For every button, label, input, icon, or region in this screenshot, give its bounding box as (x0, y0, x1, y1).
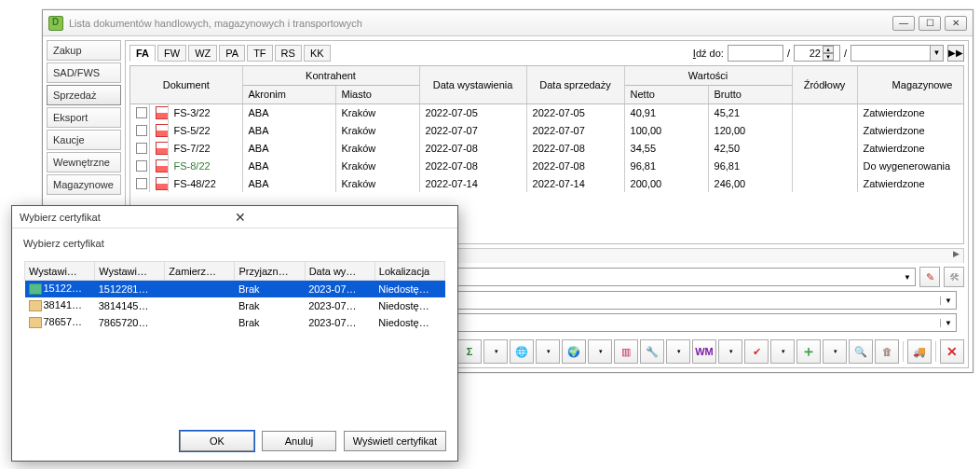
check-menu-button[interactable] (770, 339, 795, 364)
row-checkbox[interactable] (136, 107, 147, 118)
cell-magazynowe: Zatwierdzone (857, 174, 964, 192)
table-row[interactable]: FS-7/22ABAKraków2022-07-082022-07-0834,5… (130, 139, 964, 157)
col-brutto[interactable]: Brutto (708, 85, 792, 103)
goto-next-button[interactable]: ▶▶ (947, 45, 964, 62)
cell-akronim: ABA (242, 139, 335, 157)
col-netto[interactable]: Netto (624, 85, 708, 103)
export-button[interactable]: 🌐 (510, 339, 534, 364)
wm-button[interactable]: WM (692, 339, 716, 364)
col-wartosci[interactable]: Wartości (624, 66, 792, 85)
check-button[interactable]: ✔ (744, 339, 769, 364)
cert-col[interactable]: Wystawi… (25, 262, 95, 281)
chevron-down-icon: ▼ (904, 273, 911, 282)
cert-col[interactable]: Lokalizacja (374, 262, 444, 281)
table-row[interactable]: FS-48/22ABAKraków2022-07-142022-07-14200… (130, 174, 964, 192)
row-checkbox[interactable] (136, 125, 147, 136)
certificate-icon (29, 317, 42, 328)
add-button[interactable]: ＋ (796, 339, 821, 364)
tab-fa[interactable]: FA (129, 45, 156, 62)
sum-menu-button[interactable] (483, 339, 508, 364)
col-kontrahent[interactable]: Kontrahent (242, 66, 419, 85)
sidebar-item-wewnętrzne[interactable]: Wewnętrzne (47, 152, 121, 172)
app-icon (48, 16, 63, 31)
sidebar-item-sad/fws[interactable]: SAD/FWS (47, 62, 121, 83)
cell-brutto: 45,21 (708, 103, 792, 121)
cell-doc: FS-7/22 (168, 139, 242, 157)
table-row[interactable]: FS-8/22ABAKraków2022-07-082022-07-0896,8… (130, 157, 964, 174)
tab-pa[interactable]: PA (219, 45, 245, 62)
wm-menu-button[interactable] (718, 339, 742, 364)
goto-number-input[interactable] (728, 45, 783, 62)
col-magazynowe[interactable]: Magazynowe (857, 66, 964, 103)
close-window-button[interactable]: ✕ (945, 16, 967, 31)
delete-button[interactable]: 🗑 (875, 339, 899, 364)
tab-tf[interactable]: TF (247, 45, 272, 62)
row-checkbox[interactable] (136, 160, 147, 172)
table-row[interactable]: FS-3/22ABAKraków2022-07-052022-07-0540,9… (130, 103, 964, 121)
table-row[interactable]: FS-5/22ABAKraków2022-07-072022-07-07100,… (130, 121, 964, 139)
tools-menu-button[interactable] (666, 339, 690, 364)
show-certificate-button[interactable]: Wyświetl certyfikat (344, 431, 446, 451)
cert-col[interactable]: Data wy… (305, 262, 374, 281)
import-button[interactable]: 🌍 (562, 339, 586, 364)
cell-miasto: Kraków (335, 121, 419, 139)
tools-button[interactable]: 🔧 (640, 339, 664, 364)
certificate-row[interactable]: 78657…7865720…Brak2023-07…Niedostę… (25, 314, 445, 331)
cell-data-wyst: 2022-07-08 (419, 157, 526, 174)
certificate-row[interactable]: 38141…3814145…Brak2023-07…Niedostę… (25, 297, 445, 314)
sidebar-item-kaucje[interactable]: Kaucje (47, 130, 121, 150)
import-menu-button[interactable] (588, 339, 612, 364)
sidebar-item-zakup[interactable]: Zakup (47, 40, 121, 61)
filter-edit-button[interactable]: ✎ (919, 267, 940, 287)
search-button[interactable]: 🔍 (849, 339, 873, 364)
col-dokument[interactable]: Dokument (130, 66, 242, 103)
cell-miasto: Kraków (335, 103, 419, 121)
goto-group: Idź do: / ▲▼ / ▼ ▶▶ (693, 45, 964, 62)
goto-year-value[interactable] (795, 48, 823, 59)
wm-icon: WM (695, 346, 714, 357)
cell-magazynowe: Zatwierdzone (857, 139, 964, 157)
cert-col[interactable]: Wystawi… (95, 262, 165, 281)
col-data-sprz[interactable]: Data sprzedaży (526, 66, 624, 103)
spin-down-icon[interactable]: ▼ (823, 53, 834, 61)
tab-fw[interactable]: FW (157, 45, 186, 62)
spin-up-icon[interactable]: ▲ (823, 46, 834, 53)
goto-year-spinner[interactable]: ▲▼ (794, 45, 840, 62)
sidebar-item-magazynowe[interactable]: Magazynowe (47, 174, 121, 195)
book-button[interactable]: ▥ (614, 339, 638, 364)
cancel-button[interactable]: Anuluj (262, 431, 336, 451)
sum-button[interactable]: Σ (457, 339, 482, 364)
minimize-button[interactable]: — (892, 16, 915, 31)
tab-wz[interactable]: WZ (188, 45, 217, 62)
cell-data-sprz: 2022-07-14 (526, 174, 624, 192)
dialog-close-button[interactable]: ✕ (235, 210, 450, 225)
cert-col[interactable]: Zamierz… (165, 262, 235, 281)
row-checkbox[interactable] (136, 143, 147, 154)
export-menu-button[interactable] (536, 339, 560, 364)
col-data-wyst[interactable]: Data wystawienia (419, 66, 526, 103)
ok-button[interactable]: OK (180, 431, 254, 451)
row-checkbox[interactable] (136, 178, 147, 189)
scroll-right-icon[interactable]: ▶ (949, 249, 964, 263)
close-panel-button[interactable]: ✕ (940, 339, 964, 364)
chevron-down-icon: ▼ (940, 297, 952, 305)
certificates-table[interactable]: Wystawi…Wystawi…Zamierz…Przyjazn…Data wy… (24, 261, 445, 331)
sidebar-item-sprzedaż[interactable]: Sprzedaż (47, 85, 121, 105)
add-menu-button[interactable] (823, 339, 847, 364)
goto-series-combo[interactable]: ▼ (851, 45, 944, 62)
filter-tools-button[interactable]: 🛠 (944, 267, 964, 287)
magnifier-icon: 🔍 (854, 346, 867, 358)
maximize-button[interactable]: ☐ (919, 16, 941, 31)
cell-data-wyst: 2022-07-08 (419, 139, 526, 157)
certificate-row[interactable]: 15122…1512281…Brak2023-07…Niedostę… (25, 281, 445, 297)
tab-rs[interactable]: RS (275, 45, 302, 62)
col-zrodlowy[interactable]: Źródłowy (792, 66, 857, 103)
dialog-body: Wybierz certyfikat Wystawi…Wystawi…Zamie… (12, 228, 457, 341)
transport-button[interactable]: 🚚 (907, 339, 932, 364)
col-miasto[interactable]: Miasto (335, 85, 419, 103)
sidebar-item-eksport[interactable]: Eksport (47, 107, 121, 128)
tab-kk[interactable]: KK (304, 45, 331, 62)
chevron-down-icon: ▼ (940, 319, 952, 327)
col-akronim[interactable]: Akronim (242, 85, 335, 103)
cert-col[interactable]: Przyjazn… (235, 262, 305, 281)
